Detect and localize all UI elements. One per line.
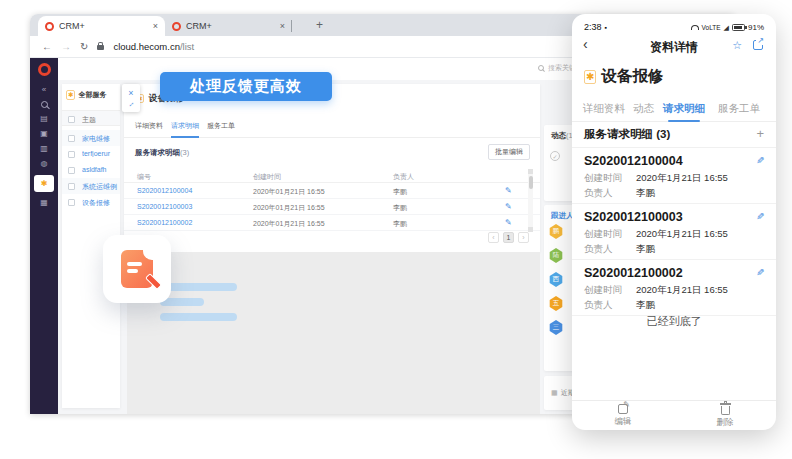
next-page-button[interactable]: › [518, 232, 529, 243]
request-item[interactable]: S2020012100004 ✎ 创建时间 2020年1月21日 16:55 负… [572, 148, 776, 204]
document-edit-icon [121, 250, 153, 288]
share-icon[interactable] [753, 40, 763, 50]
list-item[interactable]: 系统运维例 [62, 178, 120, 194]
tab-request-detail[interactable]: 请求明细 [663, 102, 705, 116]
dynamics-label: 动态 [551, 131, 566, 140]
ssl-lock-icon [97, 45, 104, 50]
table-row[interactable]: S2020012100004 2020年01月21日 16:55 李鹏 ✎ [124, 183, 540, 199]
favorite-star-icon[interactable]: ☆ [732, 39, 742, 52]
scroll-thumb[interactable] [529, 176, 533, 189]
notes-icon[interactable]: ▦ [36, 199, 52, 207]
signal-icon: ◢ [724, 24, 729, 31]
library-icon[interactable]: ▤ [36, 115, 52, 123]
list-item[interactable]: 家电维修 [62, 130, 120, 146]
tab-service-order[interactable]: 服务工单 [718, 102, 760, 116]
end-of-list-text: 已经到底了 [572, 314, 776, 329]
request-item[interactable]: S2020012100002 ✎ 创建时间 2020年1月21日 16:55 负… [572, 260, 776, 316]
phone-status-bar: 2:38 ▪ VoLTE ◢ 91% [572, 20, 776, 34]
phone-bottom-toolbar: 编辑 删除 [572, 400, 776, 430]
list-item[interactable]: asldfafh [62, 162, 120, 178]
created-time: 2020年01月21日 16:55 [253, 187, 325, 197]
record-link[interactable]: terfjoerur [82, 150, 118, 157]
close-tab-icon[interactable]: × [153, 22, 158, 31]
expand-icon[interactable]: ↔ [125, 98, 136, 109]
avatar[interactable]: 鹏 [549, 224, 563, 239]
add-icon[interactable]: + [756, 126, 764, 141]
edit-icon[interactable]: ✎ [756, 155, 764, 166]
list-item[interactable]: terfjoerur [62, 146, 120, 162]
avatar[interactable]: 三 [549, 320, 563, 335]
edit-icon[interactable]: ✎ [505, 186, 512, 195]
tab-detail-info[interactable]: 详细资料 [583, 102, 625, 116]
tab-request-detail[interactable]: 请求明细 [171, 121, 199, 131]
doc-line [127, 269, 138, 273]
phone-nav-bar: ‹ 资料详情 ☆ [572, 34, 776, 60]
back-icon[interactable]: ← [42, 42, 52, 52]
list-item[interactable]: 设备报修 [62, 194, 120, 210]
edit-icon[interactable]: ✎ [505, 202, 512, 211]
forward-icon[interactable]: → [61, 42, 71, 52]
new-tab-button[interactable]: + [316, 18, 323, 32]
active-tab-underline [171, 136, 199, 138]
batch-edit-button[interactable]: 批量编辑 [488, 144, 530, 160]
row-checkbox[interactable] [68, 183, 75, 190]
record-link[interactable]: asldfafh [82, 166, 118, 173]
field-label: 负责人 [584, 187, 626, 200]
request-item[interactable]: S2020012100003 ✎ 创建时间 2020年1月21日 16:55 负… [572, 204, 776, 260]
row-checkbox[interactable] [68, 151, 75, 158]
close-icon[interactable]: × [128, 89, 133, 98]
edit-icon[interactable]: ✎ [756, 211, 764, 222]
table-scrollbar[interactable] [528, 169, 533, 232]
module-a-icon[interactable]: ▣ [36, 130, 52, 138]
collapse-icon[interactable]: « [36, 86, 52, 94]
tab-dynamics[interactable]: 动态 [633, 102, 654, 116]
delete-action-button[interactable]: 删除 [674, 401, 776, 430]
close-tab-icon[interactable]: × [280, 22, 285, 31]
table-row[interactable]: S2020012100003 2020年01月21日 16:55 李鹏 ✎ [124, 199, 540, 215]
browser-tab-1[interactable]: CRM+ × [38, 16, 165, 36]
request-id-link[interactable]: S2020012100002 [137, 219, 192, 226]
record-link[interactable]: 设备报修 [82, 198, 118, 208]
owner: 李鹏 [393, 219, 407, 229]
tab-detail-info[interactable]: 详细资料 [135, 121, 163, 131]
record-link[interactable]: 系统运维例 [82, 182, 118, 192]
request-id-link[interactable]: S2020012100003 [137, 203, 192, 210]
avatar[interactable]: 陆 [549, 248, 563, 263]
active-service-module-icon[interactable]: ✱ [34, 175, 54, 192]
tab-service-order[interactable]: 服务工单 [207, 121, 235, 131]
scroll-up-cap[interactable] [528, 169, 533, 174]
avatar[interactable]: 五 [549, 296, 563, 311]
prev-page-button[interactable]: ‹ [488, 232, 499, 243]
table-row[interactable]: S2020012100002 2020年01月21日 16:55 李鹏 ✎ [124, 215, 540, 231]
edit-icon[interactable]: ✎ [756, 267, 764, 278]
search-icon[interactable] [41, 101, 48, 108]
edit-icon[interactable]: ✎ [505, 218, 512, 227]
request-id-link[interactable]: S2020012100004 [137, 187, 192, 194]
list-panel-title: 全部服务 [78, 90, 106, 100]
wifi-icon [691, 25, 699, 30]
record-link[interactable]: 家电维修 [82, 134, 118, 144]
module-b-icon[interactable]: ▥ [36, 145, 52, 153]
avatar[interactable]: 西 [549, 272, 563, 287]
url-field[interactable]: cloud.hecom.cn/list [113, 41, 194, 52]
field-value: 李鹏 [636, 187, 655, 200]
tab-separator [292, 16, 306, 36]
browser-tab-2[interactable]: CRM+ × [165, 16, 292, 36]
row-checkbox[interactable] [68, 167, 75, 174]
reload-icon[interactable]: ↻ [80, 42, 88, 52]
page-number[interactable]: 1 [503, 232, 514, 243]
doc-line [127, 262, 142, 266]
owner: 李鹏 [393, 203, 407, 213]
row-checkbox[interactable] [68, 199, 75, 206]
row-checkbox[interactable] [68, 135, 75, 142]
detail-tab-bar: 详细资料 请求明细 服务工单 [124, 116, 540, 138]
phone-page-title: 资料详情 [572, 39, 776, 56]
col-created: 创建时间 [253, 172, 281, 182]
select-all-checkbox[interactable] [68, 116, 75, 123]
section-title: 服务请求明细(3) [135, 148, 189, 158]
star-badge-icon: ✱ [66, 90, 75, 100]
globe-icon[interactable]: ◍ [36, 160, 52, 168]
trash-icon [721, 406, 730, 415]
record-detail-panel: ✱ 设备报修 详细资料 请求明细 服务工单 服务请求明细(3) 批量编辑 编号 … [124, 84, 540, 252]
edit-action-button[interactable]: 编辑 [572, 401, 674, 430]
